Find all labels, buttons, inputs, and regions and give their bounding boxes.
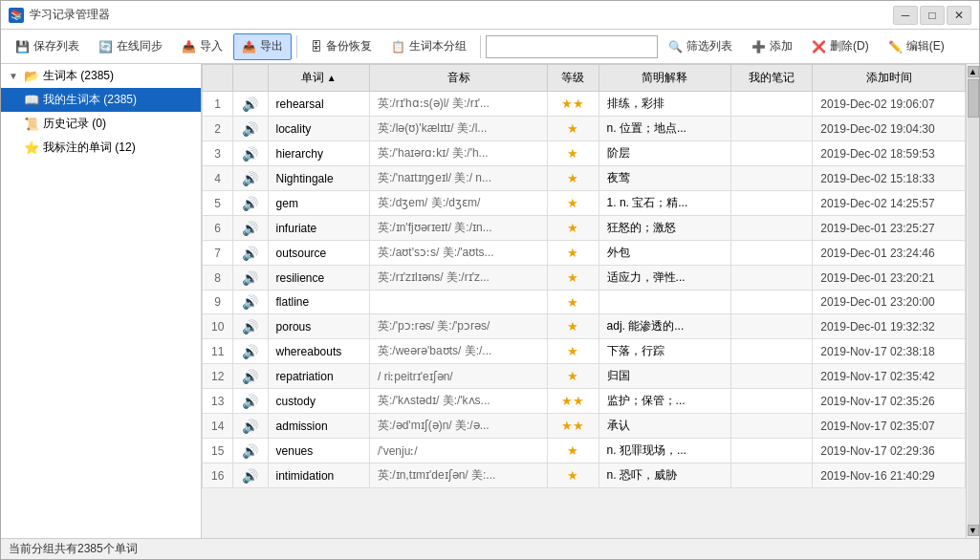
audio-icon[interactable]: 🔊 (242, 394, 258, 409)
scroll-up-button[interactable]: ▲ (968, 66, 979, 77)
cell-time: 2019-Dec-01 23:24:46 (813, 241, 966, 266)
cell-word: Nightingale (268, 166, 369, 191)
sync-button[interactable]: 🔄 在线同步 (90, 33, 171, 60)
cell-audio: 🔊 (233, 463, 268, 488)
table-row[interactable]: 15 🔊 venues /'venjuː/ ★ n. 犯罪现场，... 2019… (203, 439, 966, 463)
cell-meaning: 承认 (599, 414, 730, 439)
cell-meaning (599, 291, 730, 314)
cell-level: ★ (548, 364, 599, 389)
import-button[interactable]: 📥 导入 (173, 33, 231, 60)
word-table-container[interactable]: 单词 音标 等级 简明解释 我的笔记 添加时间 1 🔊 rehearsal 英:… (202, 64, 966, 538)
tree-root[interactable]: ▼ 📂 生词本 (2385) (1, 64, 201, 88)
table-row[interactable]: 1 🔊 rehearsal 英:/rɪ'hɑːs(ə)l/ 美:/rɪ'... … (203, 92, 966, 117)
cell-time: 2019-Nov-17 02:38:18 (813, 339, 966, 364)
table-row[interactable]: 4 🔊 Nightingale 英:/'naɪtɪŋɡeɪl/ 美:/ n...… (203, 166, 966, 191)
scroll-track (968, 77, 979, 525)
cell-meaning: n. 恐吓，威胁 (599, 463, 730, 488)
export-button[interactable]: 📤 导出 (233, 33, 292, 60)
audio-icon[interactable]: 🔊 (242, 344, 258, 359)
tree-starred[interactable]: ⭐ 我标注的单词 (12) (1, 136, 201, 160)
audio-icon[interactable]: 🔊 (242, 270, 258, 286)
tree-my-vocab[interactable]: 📖 我的生词本 (2385) (1, 88, 201, 112)
scroll-thumb[interactable] (968, 79, 979, 118)
cell-phonetic: 英:/ɪn'fjʊərɪeɪt/ 美:/ɪn... (370, 216, 548, 241)
cell-word: repatriation (268, 364, 369, 389)
cell-word: whereabouts (268, 339, 369, 364)
add-button[interactable]: ➕ 添加 (743, 33, 801, 60)
cell-level: ★ (548, 117, 599, 141)
cell-audio: 🔊 (233, 166, 268, 191)
col-meaning[interactable]: 简明解释 (599, 65, 730, 92)
cell-time: 2019-Nov-17 02:35:42 (813, 364, 966, 389)
cell-phonetic: 英:/rɪ'hɑːs(ə)l/ 美:/rɪ'... (370, 92, 548, 117)
col-time[interactable]: 添加时间 (813, 65, 966, 92)
audio-icon[interactable]: 🔊 (242, 319, 258, 334)
cell-note (731, 141, 813, 166)
table-row[interactable]: 9 🔊 flatline ★ 2019-Dec-01 23:20:00 (203, 291, 966, 314)
cell-phonetic: 英:/lə(ʊ)'kælɪtɪ/ 美:/l... (370, 117, 548, 141)
group-icon: 📋 (391, 40, 405, 54)
toolbar-sep-2 (480, 35, 481, 58)
audio-icon[interactable]: 🔊 (242, 443, 258, 459)
audio-icon[interactable]: 🔊 (242, 171, 258, 186)
cell-note (731, 266, 813, 291)
cell-phonetic: 英:/aʊt'sɔːs/ 美:/'aʊts... (370, 241, 548, 266)
vocab-group-button[interactable]: 📋 生词本分组 (382, 33, 475, 60)
right-panel: 单词 音标 等级 简明解释 我的笔记 添加时间 1 🔊 rehearsal 英:… (202, 64, 966, 538)
audio-icon[interactable]: 🔊 (242, 97, 258, 112)
cell-num: 16 (203, 463, 233, 488)
col-word[interactable]: 单词 (268, 65, 369, 92)
maximize-button[interactable]: □ (920, 6, 945, 25)
col-note[interactable]: 我的笔记 (731, 65, 813, 92)
audio-icon[interactable]: 🔊 (242, 146, 258, 162)
audio-icon[interactable]: 🔊 (242, 468, 258, 484)
table-row[interactable]: 2 🔊 locality 英:/lə(ʊ)'kælɪtɪ/ 美:/l... ★ … (203, 117, 966, 141)
audio-icon[interactable]: 🔊 (242, 121, 258, 137)
table-row[interactable]: 12 🔊 repatriation / riːpeitrɪ'eɪʃən/ ★ 归… (203, 364, 966, 389)
cell-audio: 🔊 (233, 291, 268, 314)
add-icon: ➕ (751, 40, 766, 54)
cell-level: ★★ (548, 414, 599, 439)
table-row[interactable]: 3 🔊 hierarchy 英:/'haɪərɑːkɪ/ 美:/'h... ★ … (203, 141, 966, 166)
close-button[interactable]: ✕ (947, 6, 971, 25)
cell-meaning: 下落，行踪 (599, 339, 730, 364)
delete-button[interactable]: ❌ 删除(D) (803, 33, 878, 60)
table-row[interactable]: 5 🔊 gem 英:/dʒem/ 美:/dʒɛm/ ★ 1. n. 宝石；精..… (203, 191, 966, 216)
table-row[interactable]: 6 🔊 infuriate 英:/ɪn'fjʊərɪeɪt/ 美:/ɪn... … (203, 216, 966, 241)
audio-icon[interactable]: 🔊 (242, 196, 258, 211)
audio-icon[interactable]: 🔊 (242, 294, 258, 310)
table-row[interactable]: 14 🔊 admission 英:/əd'mɪʃ(ə)n/ 美:/ə... ★★… (203, 414, 966, 439)
backup-restore-button[interactable]: 🗄 备份恢复 (302, 33, 381, 60)
titlebar-controls: ─ □ ✕ (893, 6, 971, 25)
scroll-down-button[interactable]: ▼ (968, 525, 979, 536)
cell-meaning: n. 位置；地点... (599, 117, 730, 141)
table-row[interactable]: 10 🔊 porous 英:/'pɔːrəs/ 美:/'pɔrəs/ ★ adj… (203, 314, 966, 339)
cell-word: locality (268, 117, 369, 141)
search-button[interactable]: 🔍 筛选列表 (660, 33, 741, 60)
table-row[interactable]: 8 🔊 resilience 英:/rɪ'zɪlɪəns/ 美:/rɪ'z...… (203, 266, 966, 291)
minimize-button[interactable]: ─ (893, 6, 918, 25)
audio-icon[interactable]: 🔊 (242, 419, 258, 434)
cell-num: 11 (203, 339, 233, 364)
cell-audio: 🔊 (233, 241, 268, 266)
cell-word: infuriate (268, 216, 369, 241)
scrollbar[interactable]: ▲ ▼ (966, 64, 979, 538)
tree-history[interactable]: 📜 历史记录 (0) (1, 112, 201, 136)
audio-icon[interactable]: 🔊 (242, 369, 258, 384)
save-list-button[interactable]: 💾 保存列表 (7, 33, 88, 60)
table-row[interactable]: 16 🔊 intimidation 英:/ɪn,tɪmɪ'deɪʃən/ 美:.… (203, 463, 966, 488)
table-row[interactable]: 7 🔊 outsource 英:/aʊt'sɔːs/ 美:/'aʊts... ★… (203, 241, 966, 266)
col-phonetic[interactable]: 音标 (370, 65, 548, 92)
table-row[interactable]: 11 🔊 whereabouts 英:/weərə'baʊts/ 美:/... … (203, 339, 966, 364)
edit-button[interactable]: ✏️ 编辑(E) (880, 33, 953, 60)
cell-level: ★ (548, 166, 599, 191)
search-input[interactable] (486, 35, 658, 58)
cell-time: 2019-Nov-17 02:35:26 (813, 389, 966, 414)
col-level[interactable]: 等级 (548, 65, 599, 92)
col-num[interactable] (203, 65, 233, 92)
table-row[interactable]: 13 🔊 custody 英:/'kʌstədɪ/ 美:/'kʌs... ★★ … (203, 389, 966, 414)
cell-time: 2019-Dec-01 23:20:00 (813, 291, 966, 314)
cell-note (731, 463, 813, 488)
audio-icon[interactable]: 🔊 (242, 246, 258, 261)
audio-icon[interactable]: 🔊 (242, 221, 258, 236)
